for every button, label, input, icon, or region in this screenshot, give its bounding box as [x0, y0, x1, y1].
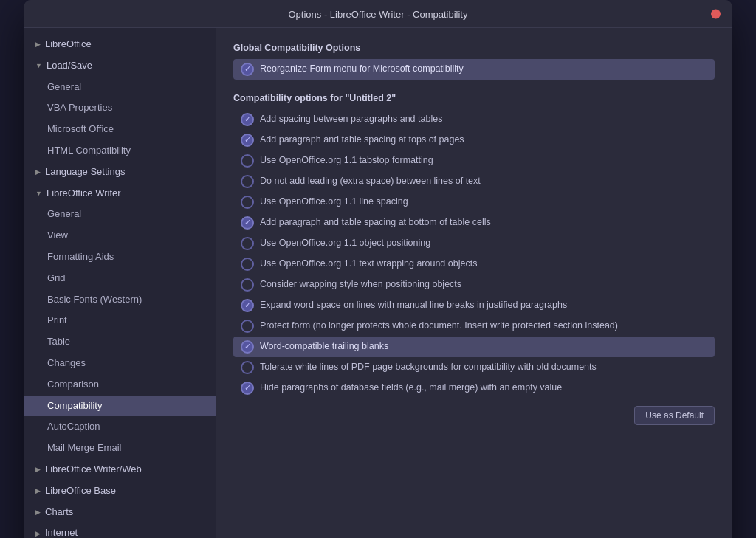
sidebar-item-vba-props[interactable]: VBA Properties	[24, 97, 216, 119]
sidebar-item-label: General	[47, 80, 81, 95]
sidebar: ▶LibreOffice▼Load/SaveGeneralVBA Propert…	[24, 28, 216, 538]
compat-option-expand-word-space[interactable]: ✓Expand word space on lines with manual …	[233, 295, 715, 316]
compat-option-label-use-text-wrap: Use OpenOffice.org 1.1 text wrapping aro…	[260, 258, 477, 271]
sidebar-item-charts[interactable]: ▶Charts	[24, 502, 216, 523]
global-option-reorganize[interactable]: ✓ Reorganize Form menu for Microsoft com…	[233, 59, 715, 80]
sidebar-item-load-save[interactable]: ▼Load/Save	[24, 55, 216, 77]
sidebar-item-compatibility[interactable]: Compatibility	[24, 396, 216, 417]
sidebar-item-libreoffice[interactable]: ▶LibreOffice	[24, 34, 216, 55]
sidebar-item-language-settings[interactable]: ▶Language Settings	[24, 162, 216, 183]
main-content: ▶LibreOffice▼Load/SaveGeneralVBA Propert…	[24, 28, 732, 538]
options-window: Options - LibreOffice Writer - Compatibi…	[24, 0, 732, 538]
compat-option-label-no-leading: Do not add leading (extra space) between…	[260, 175, 481, 188]
compat-option-label-hide-para: Hide paragraphs of database fields (e.g.…	[260, 382, 562, 395]
compat-option-label-use-line-spacing: Use OpenOffice.org 1.1 line spacing	[260, 196, 408, 209]
titlebar: Options - LibreOffice Writer - Compatibi…	[24, 0, 732, 28]
global-section: Global Compatibility Options ✓ Reorganiz…	[233, 43, 715, 80]
compat-option-label-add-bottom-spacing: Add paragraph and table spacing at botto…	[260, 216, 491, 230]
sidebar-item-basic-fonts[interactable]: Basic Fonts (Western)	[24, 289, 216, 311]
sidebar-item-label: Grid	[47, 271, 66, 286]
check-icon-use-line-spacing	[241, 196, 254, 209]
compat-option-label-add-para-spacing: Add paragraph and table spacing at tops …	[260, 134, 464, 147]
sidebar-item-mail-merge-email[interactable]: Mail Merge Email	[24, 438, 216, 459]
check-icon-use-tabstop	[241, 154, 254, 168]
compat-option-use-tabstop[interactable]: Use OpenOffice.org 1.1 tabstop formattin…	[233, 151, 715, 171]
sidebar-item-label: View	[47, 228, 68, 244]
sidebar-item-changes[interactable]: Changes	[24, 353, 216, 374]
sidebar-item-label: AutoCaption	[47, 419, 100, 435]
compat-option-label-use-obj-pos: Use OpenOffice.org 1.1 object positionin…	[260, 237, 430, 250]
window-title: Options - LibreOffice Writer - Compatibi…	[289, 9, 468, 20]
arrow-icon: ▼	[35, 188, 42, 199]
arrow-icon: ▶	[35, 39, 41, 49]
sidebar-item-label: VBA Properties	[47, 100, 112, 116]
compat-option-label-use-tabstop: Use OpenOffice.org 1.1 tabstop formattin…	[260, 154, 433, 168]
check-icon-add-bottom-spacing: ✓	[241, 216, 254, 230]
sidebar-item-label: Formatting Aids	[47, 249, 114, 265]
arrow-icon: ▶	[35, 528, 41, 538]
sidebar-item-label: Charts	[45, 505, 73, 520]
sidebar-item-label: HTML Compatibility	[47, 143, 131, 159]
sidebar-item-label: LibreOffice Base	[45, 483, 116, 499]
sidebar-item-formatting-aids[interactable]: Formatting Aids	[24, 246, 216, 268]
compat-option-add-spacing[interactable]: ✓Add spacing between paragraphs and tabl…	[233, 109, 715, 130]
sidebar-item-label: General	[47, 207, 81, 222]
compat-option-hide-para[interactable]: ✓Hide paragraphs of database fields (e.g…	[233, 378, 715, 399]
sidebar-item-label: LibreOffice Writer	[47, 186, 121, 201]
sidebar-item-autocaption[interactable]: AutoCaption	[24, 416, 216, 438]
sidebar-item-label: Compatibility	[47, 399, 102, 414]
compat-option-use-obj-pos[interactable]: Use OpenOffice.org 1.1 object positionin…	[233, 233, 715, 254]
sidebar-item-general-w[interactable]: General	[24, 204, 216, 225]
sidebar-item-lo-writer[interactable]: ▼LibreOffice Writer	[24, 183, 216, 204]
sidebar-item-comparison[interactable]: Comparison	[24, 374, 216, 396]
arrow-icon: ▶	[35, 486, 41, 496]
global-option-reorganize-label: Reorganize Form menu for Microsoft compa…	[260, 63, 464, 76]
check-icon-word-trailing: ✓	[241, 340, 254, 354]
sidebar-item-lo-base[interactable]: ▶LibreOffice Base	[24, 480, 216, 502]
content-area: Global Compatibility Options ✓ Reorganiz…	[216, 28, 732, 538]
compat-option-no-leading[interactable]: Do not add leading (extra space) between…	[233, 171, 715, 192]
compat-option-use-text-wrap[interactable]: Use OpenOffice.org 1.1 text wrapping aro…	[233, 254, 715, 275]
sidebar-item-label: Microsoft Office	[47, 122, 114, 137]
sidebar-item-grid[interactable]: Grid	[24, 268, 216, 289]
use-as-default-button[interactable]: Use as Default	[634, 406, 715, 425]
sidebar-item-internet[interactable]: ▶Internet	[24, 523, 216, 538]
arrow-icon: ▶	[35, 507, 41, 517]
sidebar-item-label: Comparison	[47, 377, 99, 393]
sidebar-item-general-ls[interactable]: General	[24, 77, 216, 98]
sidebar-item-label: Changes	[47, 356, 86, 371]
check-icon-use-obj-pos	[241, 237, 254, 250]
sidebar-item-html-compat[interactable]: HTML Compatibility	[24, 140, 216, 162]
sidebar-item-table[interactable]: Table	[24, 331, 216, 353]
compat-option-add-bottom-spacing[interactable]: ✓Add paragraph and table spacing at bott…	[233, 213, 715, 233]
sidebar-item-label: Print	[47, 313, 67, 328]
sidebar-item-print[interactable]: Print	[24, 310, 216, 331]
sidebar-item-label: LibreOffice	[45, 37, 92, 52]
sidebar-item-lo-writer-web[interactable]: ▶LibreOffice Writer/Web	[24, 459, 216, 480]
sidebar-item-label: Load/Save	[47, 58, 92, 74]
compat-option-tolerate-pdf[interactable]: Tolerate white lines of PDF page backgro…	[233, 357, 715, 378]
sidebar-item-label: Basic Fonts (Western)	[47, 292, 142, 308]
close-button[interactable]	[711, 9, 721, 18]
sidebar-item-label: Mail Merge Email	[47, 441, 121, 456]
sidebar-item-microsoft-office[interactable]: Microsoft Office	[24, 119, 216, 140]
compat-option-label-expand-word-space: Expand word space on lines with manual l…	[260, 299, 567, 312]
compat-option-label-word-trailing: Word-compatible trailing blanks	[260, 340, 388, 354]
compat-option-add-para-spacing[interactable]: ✓Add paragraph and table spacing at tops…	[233, 130, 715, 151]
compat-option-label-tolerate-pdf: Tolerate white lines of PDF page backgro…	[260, 361, 597, 374]
compat-option-protect-form[interactable]: Protect form (no longer protects whole d…	[233, 316, 715, 337]
check-icon-hide-para: ✓	[241, 382, 254, 395]
sidebar-item-label: Internet	[45, 525, 78, 538]
sidebar-item-label: LibreOffice Writer/Web	[45, 462, 142, 477]
compat-option-use-line-spacing[interactable]: Use OpenOffice.org 1.1 line spacing	[233, 192, 715, 213]
compat-option-label-add-spacing: Add spacing between paragraphs and table…	[260, 113, 442, 126]
sidebar-item-label: Language Settings	[45, 165, 125, 180]
check-icon-no-leading	[241, 175, 254, 188]
arrow-icon: ▶	[35, 167, 41, 177]
sidebar-item-view[interactable]: View	[24, 225, 216, 246]
check-icon-expand-word-space: ✓	[241, 299, 254, 312]
compat-option-consider-wrap[interactable]: Consider wrapping style when positioning…	[233, 275, 715, 295]
compat-option-word-trailing[interactable]: ✓Word-compatible trailing blanks	[233, 337, 715, 357]
compat-option-label-protect-form: Protect form (no longer protects whole d…	[260, 320, 618, 333]
check-icon-use-text-wrap	[241, 258, 254, 271]
